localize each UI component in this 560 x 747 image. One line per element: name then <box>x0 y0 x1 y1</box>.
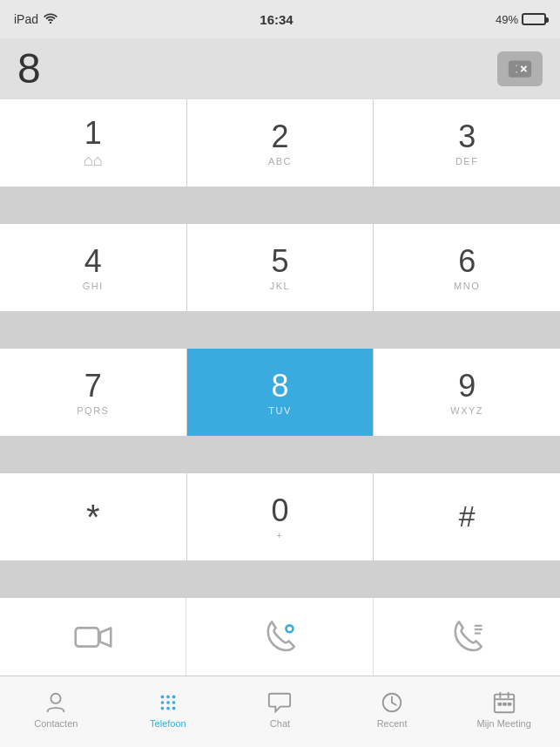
dial-key-7[interactable]: 7 PQRS <box>0 349 186 436</box>
svg-point-20 <box>160 706 164 710</box>
svg-marker-7 <box>100 628 111 646</box>
main-content: 8 1 ⌂⌂ 2 ABC <box>0 38 560 676</box>
dial-key-3[interactable]: 3 DEF <box>374 99 560 187</box>
status-bar: iPad 16:34 49% <box>0 0 560 38</box>
dial-key-0[interactable]: 0 + <box>187 473 374 560</box>
dial-key-6[interactable]: 6 MNO <box>374 224 560 311</box>
tab-mijn-meeting-label: Mijn Meeting <box>476 718 530 729</box>
contacts-call-button[interactable] <box>374 598 560 676</box>
status-left: iPad <box>14 12 57 26</box>
svg-point-14 <box>160 695 164 698</box>
dial-key-4[interactable]: 4 GHI <box>0 224 186 311</box>
svg-point-17 <box>160 701 164 704</box>
dial-key-1[interactable]: 1 ⌂⌂ <box>0 99 186 187</box>
tab-mijn-meeting[interactable]: Mijn Meeting <box>448 676 560 747</box>
display-area: 8 <box>0 38 560 99</box>
device-name: iPad <box>14 12 38 26</box>
svg-point-22 <box>172 706 176 710</box>
tab-bar: Contacten Telefoon Chat Recent <box>0 676 560 747</box>
dial-key-2[interactable]: 2 ABC <box>187 99 374 187</box>
tab-recent-label: Recent <box>377 718 408 729</box>
svg-rect-6 <box>75 628 98 646</box>
svg-point-13 <box>51 693 61 703</box>
dial-key-5[interactable]: 5 JKL <box>187 224 374 311</box>
tab-telefoon[interactable]: Telefoon <box>112 676 225 747</box>
tab-recent[interactable]: Recent <box>336 676 449 747</box>
call-button[interactable] <box>186 598 373 676</box>
svg-rect-30 <box>497 703 502 706</box>
svg-rect-31 <box>503 703 507 706</box>
dial-key-9[interactable]: 9 WXYZ <box>374 349 560 436</box>
svg-point-21 <box>166 706 170 710</box>
svg-line-25 <box>392 703 396 705</box>
battery-percent: 49% <box>496 13 518 26</box>
dial-key-star[interactable]: * <box>0 473 186 560</box>
svg-rect-32 <box>507 703 511 706</box>
tab-chat-label: Chat <box>270 718 290 729</box>
svg-point-18 <box>166 701 170 704</box>
svg-point-9 <box>287 626 292 630</box>
video-call-button[interactable] <box>0 598 186 676</box>
dial-key-hash[interactable]: # <box>374 473 560 560</box>
battery-area: 49% <box>496 13 546 26</box>
wifi-icon <box>44 13 57 26</box>
backspace-button[interactable] <box>497 51 543 86</box>
dial-key-8[interactable]: 8 TUV <box>187 349 374 436</box>
svg-point-16 <box>172 695 176 698</box>
clock: 16:34 <box>260 12 293 27</box>
svg-point-19 <box>172 701 176 704</box>
tab-chat[interactable]: Chat <box>224 676 336 747</box>
svg-point-15 <box>166 695 170 698</box>
action-row <box>0 597 560 676</box>
tab-contacten[interactable]: Contacten <box>0 676 112 747</box>
battery-icon <box>522 13 546 25</box>
dialpad: 1 ⌂⌂ 2 ABC 3 DEF 4 GHI 5 JKL <box>0 99 560 597</box>
dialed-number: 8 <box>17 48 41 90</box>
dialpad-section: 1 ⌂⌂ 2 ABC 3 DEF 4 GHI 5 JKL <box>0 99 560 676</box>
tab-contacten-label: Contacten <box>34 718 78 729</box>
tab-telefoon-label: Telefoon <box>150 718 186 729</box>
